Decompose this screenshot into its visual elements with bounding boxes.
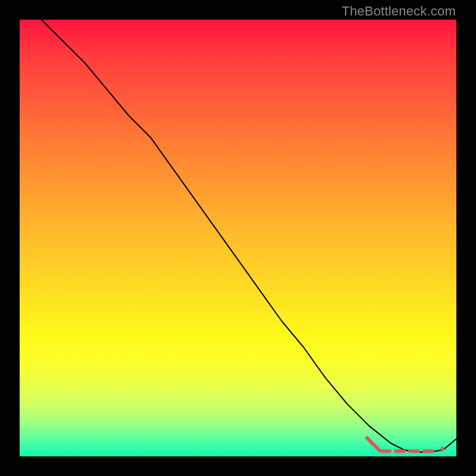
highlight-dash-group	[367, 438, 444, 451]
svg-point-5	[440, 447, 444, 451]
bottleneck-curve	[42, 20, 456, 452]
svg-line-0	[367, 438, 379, 450]
watermark-text: TheBottleneck.com	[342, 4, 456, 19]
chart-overlay	[20, 20, 456, 456]
